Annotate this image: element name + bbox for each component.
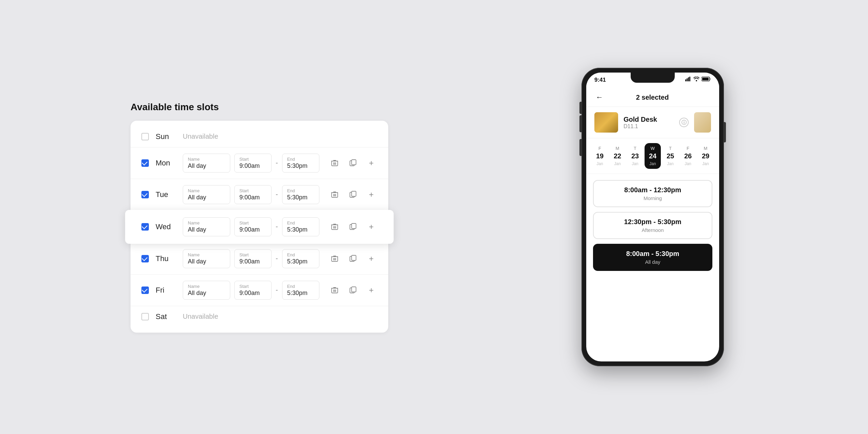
cal-day-24[interactable]: W 24 Jan [645, 143, 661, 169]
checkbox-sat[interactable] [141, 313, 149, 320]
desk-thumbnail-left [594, 112, 618, 133]
desk-thumbnail-right [694, 112, 711, 133]
add-btn-mon[interactable]: + [365, 157, 377, 169]
checkbox-thu[interactable] [141, 255, 149, 262]
end-field-fri[interactable]: End 5:30pm [282, 281, 319, 300]
cal-day-26[interactable]: F 26 Jan [680, 143, 696, 169]
day-row-tue: Tue Name All day Start 9:00am - End 5:30… [131, 179, 388, 211]
checkbox-fri[interactable] [141, 287, 149, 294]
nav-title: 2 selected [605, 94, 700, 101]
delete-btn-wed[interactable] [329, 221, 341, 233]
copy-btn-thu[interactable] [347, 253, 359, 265]
name-field-thu[interactable]: Name All day [183, 249, 230, 268]
copy-btn-fri[interactable] [347, 284, 359, 296]
start-field-fri[interactable]: Start 9:00am [234, 281, 272, 300]
back-button[interactable]: ← [594, 92, 605, 103]
svg-rect-38 [689, 77, 690, 81]
add-btn-thu[interactable]: + [365, 253, 377, 265]
start-label-thu: Start [239, 252, 267, 257]
name-value-mon: All day [188, 162, 225, 170]
volume-up-button [579, 115, 581, 132]
dash-wed: - [276, 223, 278, 231]
afternoon-label: Afternoon [600, 227, 705, 233]
start-value-tue: 9:00am [239, 194, 267, 201]
morning-time: 8:00am - 12:30pm [600, 186, 705, 194]
checkbox-tue[interactable] [141, 191, 149, 198]
delete-btn-fri[interactable] [329, 284, 341, 296]
day-label-thu: Thu [156, 254, 176, 263]
time-slots-card: Sun Unavailable Mon Name All day Start 9… [131, 121, 388, 333]
day-row-fri: Fri Name All day Start 9:00am - End 5:30… [131, 275, 388, 306]
end-field-thu[interactable]: End 5:30pm [282, 249, 319, 268]
delete-btn-thu[interactable] [329, 253, 341, 265]
day-row-mon: Mon Name All day Start 9:00am - End 5:30… [131, 147, 388, 179]
afternoon-slot-button[interactable]: 12:30pm - 5:30pm Afternoon [593, 212, 712, 239]
svg-rect-6 [352, 160, 356, 165]
end-field-wed[interactable]: End 5:30pm [282, 217, 319, 236]
delete-btn-tue[interactable] [329, 189, 341, 201]
cal-day-29[interactable]: M 29 Jan [697, 143, 714, 169]
start-field-tue[interactable]: Start 9:00am [234, 185, 272, 204]
desk-info: Gold Desk D11.1 [624, 116, 674, 130]
day-label-mon: Mon [156, 159, 176, 167]
day-row-wed: Wed Name All day Start 9:00am - End 5:30… [125, 210, 394, 244]
cal-day-23[interactable]: T 23 Jan [627, 143, 643, 169]
dash-thu: - [276, 255, 278, 262]
dash-fri: - [276, 286, 278, 294]
start-field-mon[interactable]: Start 9:00am [234, 154, 272, 173]
name-field-tue[interactable]: Name All day [183, 185, 230, 204]
name-field-wed[interactable]: Name All day [183, 217, 230, 236]
start-field-thu[interactable]: Start 9:00am [234, 249, 272, 268]
status-icons [685, 77, 711, 81]
signal-icon [685, 77, 691, 81]
allday-time: 8:00am - 5:30pm [600, 250, 705, 258]
name-field-fri[interactable]: Name All day [183, 281, 230, 300]
end-label-tue: End [287, 188, 314, 193]
volume-down-button [579, 139, 581, 156]
status-time: 9:41 [594, 77, 606, 83]
page-title: Available time slots [131, 102, 388, 113]
phone-screen: 9:41 [586, 73, 719, 361]
name-label-mon: Name [188, 157, 225, 162]
cal-day-22[interactable]: M 22 Jan [609, 143, 626, 169]
name-field-mon[interactable]: Name All day [183, 154, 230, 173]
copy-btn-tue[interactable] [347, 189, 359, 201]
end-value-mon: 5:30pm [287, 162, 314, 170]
row-actions-mon: + [329, 157, 377, 169]
copy-btn-mon[interactable] [347, 157, 359, 169]
start-value-mon: 9:00am [239, 162, 267, 170]
morning-label: Morning [600, 195, 705, 201]
end-field-mon[interactable]: End 5:30pm [282, 154, 319, 173]
add-btn-fri[interactable]: + [365, 284, 377, 296]
checkbox-sun[interactable] [141, 133, 149, 140]
start-label-fri: Start [239, 284, 267, 289]
left-panel: Available time slots Sun Unavailable Mon… [131, 102, 388, 333]
svg-rect-36 [687, 78, 688, 81]
end-value-thu: 5:30pm [287, 258, 314, 265]
svg-rect-20 [352, 223, 356, 229]
add-btn-wed[interactable]: + [365, 221, 377, 233]
start-field-wed[interactable]: Start 9:00am [234, 217, 272, 236]
wifi-icon [693, 77, 699, 81]
phone-device: 9:41 [581, 68, 724, 366]
svg-rect-40 [702, 78, 709, 80]
checkbox-wed[interactable] [141, 223, 149, 231]
end-field-tue[interactable]: End 5:30pm [282, 185, 319, 204]
morning-slot-button[interactable]: 8:00am - 12:30pm Morning [593, 180, 712, 207]
copy-btn-wed[interactable] [347, 221, 359, 233]
row-actions-fri: + [329, 284, 377, 296]
checkbox-mon[interactable] [141, 159, 149, 167]
svg-rect-27 [352, 255, 356, 260]
delete-btn-mon[interactable] [329, 157, 341, 169]
dash-mon: - [276, 159, 278, 167]
name-label-wed: Name [188, 220, 225, 225]
field-group-thu: Name All day Start 9:00am - End 5:30pm [183, 249, 322, 268]
desk-name: Gold Desk [624, 116, 674, 123]
info-button[interactable]: ⓘ [679, 118, 689, 127]
allday-slot-button[interactable]: 8:00am - 5:30pm All day [593, 244, 712, 271]
cal-day-19[interactable]: F 19 Jan [592, 143, 608, 169]
add-btn-tue[interactable]: + [365, 189, 377, 201]
start-label-wed: Start [239, 220, 267, 225]
dash-tue: - [276, 191, 278, 198]
cal-day-25[interactable]: T 25 Jan [662, 143, 678, 169]
